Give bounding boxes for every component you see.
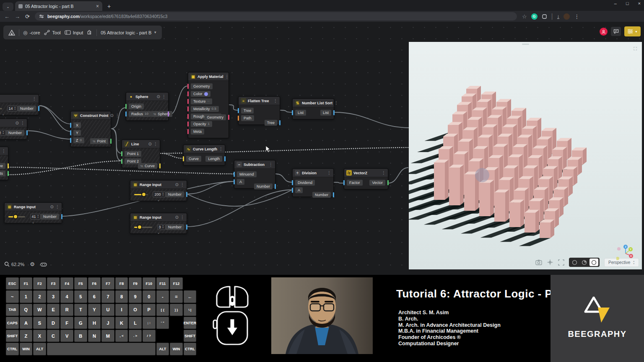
reload-button[interactable]: ⟳: [25, 13, 30, 20]
output-port[interactable]: [61, 214, 62, 219]
input-point-1[interactable]: Point 1: [125, 151, 141, 157]
output-port[interactable]: [387, 180, 389, 185]
input-port[interactable]: [292, 188, 293, 193]
kebab-menu-icon[interactable]: ⋮: [382, 171, 386, 175]
input-port[interactable]: [70, 138, 71, 143]
visibility-icon[interactable]: ⊙: [50, 205, 54, 209]
visibility-icon[interactable]: ⊙: [157, 95, 160, 99]
input-port[interactable]: [121, 151, 122, 156]
output-number[interactable]: Number: [166, 224, 184, 230]
output-port[interactable]: [8, 171, 9, 176]
comments-button[interactable]: [611, 27, 621, 36]
node-curve-length[interactable]: ∿Curve Length⋮CurveLength: [183, 145, 225, 165]
input-texture[interactable]: Texture··: [191, 98, 212, 104]
node-number-list-sort[interactable]: ⇅Number List Sort⋮ListList: [292, 98, 334, 119]
output-geometry[interactable]: Geometry: [204, 114, 226, 120]
slider-handle[interactable]: [137, 225, 142, 230]
value-stepper[interactable]: 200▲▼: [153, 191, 166, 197]
3d-viewport[interactable]: ⛶: [409, 42, 642, 269]
input-meta[interactable]: Meta: [191, 129, 204, 134]
kebab-menu-icon[interactable]: ⋮: [2, 149, 6, 153]
input-a[interactable]: A: [237, 179, 244, 185]
slider-track[interactable]: [8, 216, 25, 217]
output-port[interactable]: [333, 192, 334, 197]
input-metallicity[interactable]: Metallicity0.5: [191, 106, 219, 112]
value-stepper[interactable]: 42▲▼: [0, 130, 6, 136]
output-list[interactable]: List: [320, 110, 331, 116]
menu-plugin[interactable]: [87, 30, 93, 35]
kebab-menu-icon[interactable]: ⋮: [55, 205, 60, 209]
node-range-input-2[interactable]: ⊞Range Input⊙⋮41▲▼Number⌄: [4, 202, 62, 223]
input-port[interactable]: [187, 99, 189, 104]
collapse-chevron-icon[interactable]: ⌄: [0, 112, 39, 116]
input-port[interactable]: [187, 122, 189, 127]
input-port[interactable]: [125, 111, 127, 116]
output-number[interactable]: Number: [312, 192, 331, 198]
input-radius[interactable]: Radius10: [129, 111, 151, 117]
node-construct-point[interactable]: ΨConstruct Point⊙⋮XYZ0%Point: [70, 111, 111, 147]
visibility-icon[interactable]: ⊙: [175, 215, 179, 220]
kebab-menu-icon[interactable]: ⋮: [334, 101, 338, 105]
workspace-settings-button[interactable]: ▼: [624, 26, 641, 36]
collapse-chevron-icon[interactable]: ⌄: [130, 231, 187, 235]
node-sphere[interactable]: ●Sphere⊙⋮OriginRadius10%Sphere: [126, 92, 169, 121]
output-number[interactable]: Number: [166, 191, 184, 197]
input-port[interactable]: [234, 179, 235, 184]
shaded-mode-icon[interactable]: [589, 259, 598, 266]
input-port[interactable]: [238, 116, 239, 121]
input-minuend[interactable]: Minuend: [237, 171, 257, 177]
tab-close-icon[interactable]: ×: [96, 3, 99, 9]
kebab-menu-icon[interactable]: ⋮: [32, 97, 36, 101]
output-port[interactable]: [168, 111, 169, 116]
node-subtraction[interactable]: −Subtraction⋮MinuendANumber: [234, 160, 275, 189]
visibility-icon[interactable]: ⊙: [148, 142, 152, 146]
kebab-menu-icon[interactable]: ⋮: [327, 171, 331, 175]
input-z[interactable]: Z0: [73, 137, 84, 143]
extension-grammarly-icon[interactable]: G: [531, 13, 538, 20]
node-attractor-point[interactable]: Attractor Point⋮14▲▼Number⌄: [0, 94, 39, 115]
input-port[interactable]: [292, 110, 293, 115]
output-port[interactable]: [38, 106, 39, 111]
input-port[interactable]: [121, 159, 122, 164]
kebab-menu-icon[interactable]: ⋮: [269, 163, 273, 167]
node-number-slider[interactable]: ⊙⋮42▲▼Number: [0, 119, 27, 140]
output-curve[interactable]: %Curve: [0, 163, 5, 169]
input-port[interactable]: [187, 114, 189, 119]
output-number[interactable]: Number: [41, 214, 59, 220]
node-vectorz[interactable]: /zVectorZ⋮FactorVector: [344, 168, 388, 189]
input-port[interactable]: [187, 106, 189, 111]
tab-search-button[interactable]: ⌄: [3, 3, 13, 11]
visibility-icon[interactable]: ⊙: [175, 183, 179, 187]
output-length[interactable]: Length: [205, 156, 222, 162]
menu-tool[interactable]: Tool: [44, 30, 61, 35]
input-path[interactable]: Path: [241, 115, 254, 121]
document-title-dropdown[interactable]: 05 Attractor logic - part B ▼: [101, 30, 157, 35]
maximize-button[interactable]: □: [626, 1, 629, 6]
slider-track[interactable]: [134, 227, 152, 228]
browser-menu-icon[interactable]: ⋮: [574, 13, 579, 20]
shaded-wire-mode-icon[interactable]: [580, 259, 589, 266]
node-line[interactable]: ╱Line⊙⋮Point 1Point 2%Curve: [122, 140, 160, 168]
minimize-button[interactable]: –: [614, 1, 617, 6]
output-vector[interactable]: Vector: [369, 180, 385, 186]
screenshot-icon[interactable]: [535, 259, 542, 265]
app-logo-icon[interactable]: [8, 30, 15, 36]
input-port[interactable]: [70, 130, 71, 135]
value-stepper[interactable]: 3▲▼: [157, 224, 166, 230]
bookmark-star-icon[interactable]: ☆: [522, 13, 527, 20]
output-port[interactable]: [110, 139, 112, 144]
output-tree[interactable]: Tree: [265, 120, 277, 126]
output-curve[interactable]: %Curve: [138, 163, 157, 169]
input-port[interactable]: [187, 84, 189, 89]
fit-view-icon[interactable]: [558, 259, 564, 266]
input-port[interactable]: [238, 108, 239, 113]
download-icon[interactable]: ↓: [557, 14, 560, 19]
back-button[interactable]: ←: [4, 13, 10, 20]
output-port[interactable]: [186, 225, 187, 230]
output-port[interactable]: [224, 156, 226, 161]
input-port[interactable]: [187, 129, 189, 134]
user-avatar[interactable]: [600, 28, 608, 36]
output-number[interactable]: Number: [18, 106, 36, 111]
extension-icon[interactable]: [542, 14, 547, 19]
collapse-chevron-icon[interactable]: ⌄: [130, 198, 187, 202]
